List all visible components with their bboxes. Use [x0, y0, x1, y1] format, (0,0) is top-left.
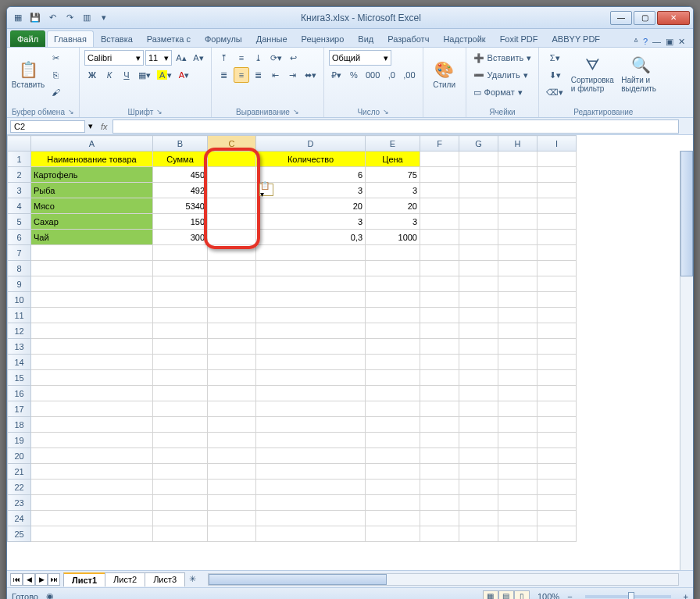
cell-H15[interactable]: [498, 370, 538, 386]
cell-E7[interactable]: [366, 245, 420, 261]
cell-C8[interactable]: [208, 261, 256, 276]
cell-I20[interactable]: [538, 448, 577, 464]
cell-G2[interactable]: [459, 167, 498, 183]
cell-D16[interactable]: [256, 386, 366, 401]
cell-C22[interactable]: [208, 480, 256, 495]
align-middle-icon[interactable]: ≡: [234, 50, 249, 66]
fill-color-icon[interactable]: A▾: [155, 67, 174, 83]
cell-F9[interactable]: [420, 276, 459, 292]
cell-E5[interactable]: 3: [366, 214, 420, 230]
cell-F8[interactable]: [420, 261, 459, 276]
cell-D22[interactable]: [256, 480, 366, 495]
cell-I15[interactable]: [538, 370, 577, 386]
cell-I13[interactable]: [538, 339, 577, 355]
cell-F20[interactable]: [420, 448, 459, 464]
cell-G16[interactable]: [459, 386, 498, 401]
cell-A15[interactable]: [31, 370, 153, 386]
row-header-22[interactable]: 22: [8, 480, 31, 495]
tab-file[interactable]: Файл: [10, 30, 45, 47]
cell-C10[interactable]: [208, 292, 256, 308]
copy-icon[interactable]: ⎘: [48, 67, 63, 83]
cell-H10[interactable]: [498, 292, 538, 308]
help-icon[interactable]: ?: [643, 37, 648, 47]
cell-D12[interactable]: [256, 323, 366, 339]
cell-I9[interactable]: [538, 276, 577, 292]
cell-H6[interactable]: [498, 230, 538, 245]
cell-E12[interactable]: [366, 323, 420, 339]
cell-B14[interactable]: [153, 355, 208, 370]
percent-icon[interactable]: %: [346, 67, 362, 83]
row-header-7[interactable]: 7: [8, 245, 31, 261]
cell-B6[interactable]: 300: [153, 230, 208, 245]
cell-I11[interactable]: [538, 308, 577, 323]
cell-F21[interactable]: [420, 464, 459, 480]
macro-record-icon[interactable]: ◉: [46, 591, 54, 599]
cell-G13[interactable]: [459, 339, 498, 355]
cell-H22[interactable]: [498, 480, 538, 495]
sort-filter-button[interactable]: ᗊСортировка и фильтр: [569, 50, 616, 98]
spreadsheet-grid[interactable]: ABCDEFGHI1Наименование товараСуммаКоличе…: [7, 135, 577, 542]
sheet-next-icon[interactable]: ▶: [35, 573, 48, 586]
tab-developer[interactable]: Разработч: [380, 30, 436, 47]
cell-C17[interactable]: [208, 401, 256, 417]
grow-font-icon[interactable]: A▴: [173, 50, 189, 66]
cell-C1[interactable]: [208, 152, 256, 167]
cell-F17[interactable]: [420, 401, 459, 417]
cell-H21[interactable]: [498, 464, 538, 480]
cell-F22[interactable]: [420, 480, 459, 495]
cell-H23[interactable]: [498, 495, 538, 511]
cell-I23[interactable]: [538, 495, 577, 511]
tab-formulas[interactable]: Формулы: [198, 30, 249, 47]
cell-C12[interactable]: [208, 323, 256, 339]
paste-button[interactable]: 📋Вставить: [12, 50, 45, 98]
sheet-last-icon[interactable]: ⏭: [48, 573, 60, 586]
align-top-icon[interactable]: ⤒: [216, 50, 232, 66]
row-header-1[interactable]: 1: [8, 152, 31, 167]
cell-F2[interactable]: [420, 167, 459, 183]
col-header-E[interactable]: E: [366, 136, 420, 152]
minimize-button[interactable]: —: [610, 11, 632, 25]
col-header-G[interactable]: G: [459, 136, 498, 152]
cell-G3[interactable]: [459, 183, 498, 198]
cell-I25[interactable]: [538, 526, 577, 542]
indent-inc-icon[interactable]: ⇥: [285, 67, 301, 83]
cell-H3[interactable]: [498, 183, 538, 198]
formula-bar[interactable]: [112, 119, 679, 134]
cell-F7[interactable]: [420, 245, 459, 261]
cell-D24[interactable]: [256, 511, 366, 526]
cell-H2[interactable]: [498, 167, 538, 183]
cell-F14[interactable]: [420, 355, 459, 370]
view-pagebreak-icon[interactable]: ▯: [514, 590, 530, 600]
cell-C3[interactable]: [208, 183, 256, 198]
cell-C4[interactable]: [208, 198, 256, 214]
namebox-dropdown-icon[interactable]: ▾: [88, 121, 93, 131]
horizontal-scrollbar[interactable]: [208, 573, 679, 586]
cell-E2[interactable]: 75: [366, 167, 420, 183]
comma-icon[interactable]: 000: [363, 67, 382, 83]
cell-D20[interactable]: [256, 448, 366, 464]
close-button[interactable]: ✕: [657, 11, 690, 25]
cell-A17[interactable]: [31, 401, 153, 417]
tab-view[interactable]: Вид: [351, 30, 380, 47]
cell-C21[interactable]: [208, 464, 256, 480]
tab-layout[interactable]: Разметка с: [140, 30, 198, 47]
cell-G15[interactable]: [459, 370, 498, 386]
row-header-17[interactable]: 17: [8, 401, 31, 417]
cell-B22[interactable]: [153, 480, 208, 495]
row-header-19[interactable]: 19: [8, 433, 31, 448]
cell-G10[interactable]: [459, 292, 498, 308]
row-header-12[interactable]: 12: [8, 323, 31, 339]
cell-F5[interactable]: [420, 214, 459, 230]
font-color-icon[interactable]: A▾: [176, 67, 191, 83]
cell-C7[interactable]: [208, 245, 256, 261]
cell-H17[interactable]: [498, 401, 538, 417]
orientation-icon[interactable]: ⟳▾: [268, 50, 284, 66]
col-header-H[interactable]: H: [498, 136, 538, 152]
cell-A4[interactable]: Мясо: [31, 198, 153, 214]
col-header-C[interactable]: C: [208, 136, 256, 152]
cell-G21[interactable]: [459, 464, 498, 480]
cell-G18[interactable]: [459, 417, 498, 433]
vscroll-thumb[interactable]: [680, 151, 693, 276]
cell-D5[interactable]: 3: [256, 214, 366, 230]
cell-F4[interactable]: [420, 198, 459, 214]
